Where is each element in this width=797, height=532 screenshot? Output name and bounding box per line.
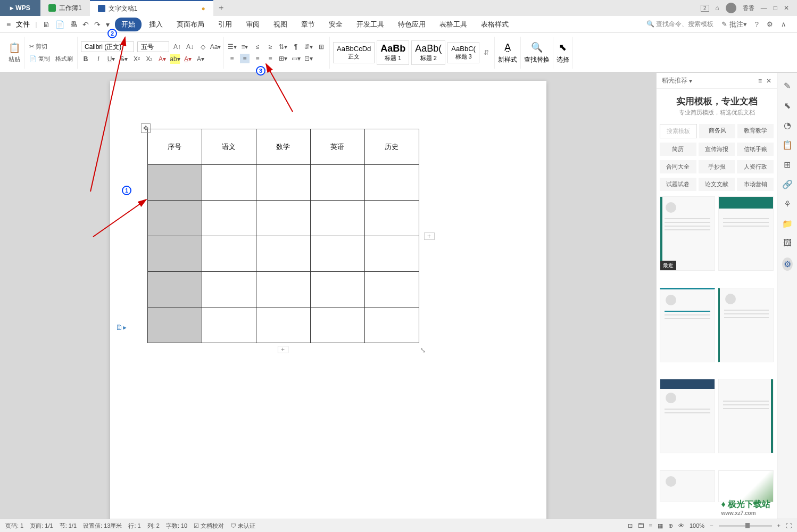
tab-spreadsheet[interactable]: 工作簿1 [40,0,90,16]
table-cell[interactable] [310,272,364,307]
template-thumb[interactable] [660,288,715,362]
template-thumb[interactable] [718,196,774,271]
collapse-ribbon-icon[interactable]: ∧ [781,20,786,28]
numbering-icon[interactable]: ≡▾ [240,42,250,52]
table-header[interactable]: 英语 [310,129,364,165]
borders-icon[interactable]: ⊞ [317,42,326,52]
change-case-icon[interactable]: Aa▾ [211,42,220,52]
window-box-icon[interactable]: 2 [701,5,709,12]
view-mode-icon[interactable]: 👁 [678,522,684,529]
decrease-font-icon[interactable]: A↓ [185,42,195,52]
table-cell[interactable] [310,201,364,236]
dropdown-icon[interactable]: ▾ [106,20,110,29]
filter-button[interactable]: 论文文献 [699,178,735,191]
file-menu[interactable]: 文件 [16,20,30,29]
zoom-value[interactable]: 100% [690,522,704,529]
zoom-out-button[interactable]: − [710,522,713,529]
palette-icon[interactable]: ◔ [784,120,791,130]
pilcrow-icon[interactable]: ¶ [291,42,301,52]
table-cell[interactable] [256,165,310,201]
line-spacing-icon[interactable]: ⇵▾ [304,42,313,52]
highlight-icon[interactable]: ab▾ [170,54,180,64]
table-cell[interactable] [147,165,202,201]
help-button[interactable]: ? [755,20,759,28]
status-words[interactable]: 字数: 10 [166,522,187,530]
menu-tab-insert[interactable]: 插入 [143,18,169,31]
add-tab-button[interactable]: + [213,3,229,13]
align-center-icon[interactable]: ≡ [240,54,250,63]
decrease-indent-icon[interactable]: ≤ [253,42,262,52]
status-page-num[interactable]: 页码: 1 [5,522,23,530]
status-proof[interactable]: ☑ 文档校对 [194,522,224,530]
table-cell[interactable] [147,307,202,343]
table-cell[interactable] [310,165,364,201]
menu-tab-feature[interactable]: 特色应用 [392,18,432,31]
filter-button[interactable]: 合同大全 [660,160,696,173]
italic-icon[interactable]: I [94,54,103,64]
new-style-icon[interactable]: A̤ [504,41,511,53]
table-cell[interactable] [202,272,256,307]
style-h2[interactable]: AaBb(标题 2 [411,40,445,65]
clear-format-icon[interactable]: ◇ [198,42,207,52]
status-auth[interactable]: 🛡 未认证 [230,522,255,530]
wrench-icon[interactable]: ⚙ [767,20,773,28]
menu-tab-security[interactable]: 安全 [322,18,349,31]
table-cell[interactable] [202,236,256,272]
style-h3[interactable]: AaBbC(标题 3 [447,42,479,63]
increase-font-icon[interactable]: A↑ [172,42,182,52]
pencil-icon[interactable]: ✎ [784,81,791,91]
comment-button[interactable]: ✎ 批注▾ [721,20,747,29]
save-icon[interactable]: 🗎 [43,20,50,29]
template-thumb[interactable] [718,288,774,362]
size-select[interactable] [137,41,169,52]
filter-button[interactable]: 人资行政 [737,160,774,173]
tabs-icon[interactable]: ⊡▾ [304,54,313,63]
table-cell[interactable] [256,201,310,236]
fill-color-icon[interactable]: ▭▾ [291,54,301,63]
table-header[interactable]: 语文 [202,129,256,165]
bold-icon[interactable]: B [81,54,90,64]
paste-button[interactable]: 📋 粘贴 [7,41,21,64]
table-cell[interactable] [364,307,419,343]
filter-button[interactable]: 市场营销 [737,178,774,191]
table-cell[interactable] [364,165,419,201]
table-cell[interactable] [310,236,364,272]
text-effect-icon[interactable]: A▾ [157,54,167,64]
select-button[interactable]: 选择 [557,55,569,64]
template-thumb[interactable] [660,379,715,453]
link-icon[interactable]: 🔗 [782,179,793,189]
wps-logo[interactable]: ▸WPS [0,0,40,16]
minimize-button[interactable]: — [761,4,767,12]
copy-button[interactable]: 📄 复制 [28,54,51,64]
template-search-input[interactable]: 搜索模板 [660,124,697,138]
gear-icon[interactable]: ⚙ [782,257,793,271]
view-mode-icon[interactable]: ⊕ [668,522,673,529]
close-button[interactable]: ✕ [784,4,789,12]
font-color-icon[interactable]: A▾ [183,54,193,64]
print-icon[interactable]: 📄 [55,20,64,29]
shading-icon[interactable]: A▾ [196,54,205,64]
filter-button[interactable]: 简历 [660,143,696,156]
template-thumb[interactable]: 最近 [660,196,715,271]
table-cell[interactable] [256,307,310,343]
table-cell[interactable] [202,307,256,343]
redo-icon[interactable]: ↷ [94,20,101,29]
new-style-button[interactable]: 新样式 [498,55,517,64]
style-h1[interactable]: AaBb标题 1 [377,40,409,65]
folder-icon[interactable]: 📁 [782,219,793,229]
window-gift-icon[interactable]: ⌂ [716,4,719,12]
align-right-icon[interactable]: ≡ [253,54,262,63]
search-commands[interactable]: 🔍 查找命令、搜索模板 [646,20,713,29]
filter-button[interactable]: 手抄报 [699,160,735,173]
grid-icon[interactable]: ⊞ [784,160,791,170]
font-select[interactable] [81,41,134,52]
underline-icon[interactable]: U▾ [106,54,116,64]
page-nav-icon[interactable]: 🗎▸ [115,323,127,331]
filter-button[interactable]: 宣传海报 [699,143,735,156]
menu-tab-ref[interactable]: 引用 [212,18,238,31]
image-icon[interactable]: 🖼 [783,238,792,248]
clipboard-icon[interactable]: 📋 [782,140,793,150]
filter-button[interactable]: 信纸手账 [737,143,774,156]
menu-tab-table-tools[interactable]: 表格工具 [433,18,474,31]
filter-button[interactable]: 教育教学 [737,124,774,138]
